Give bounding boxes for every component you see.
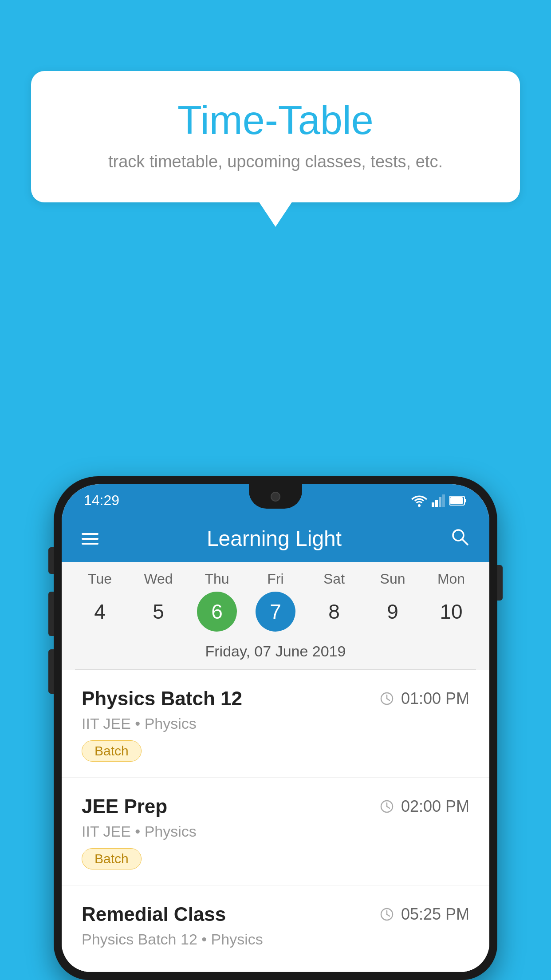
day-name: Sat <box>323 571 345 587</box>
notch <box>249 484 302 509</box>
app-header: Learning Light <box>62 515 489 562</box>
day-number[interactable]: 9 <box>373 592 413 632</box>
speech-bubble: Time-Table track timetable, upcoming cla… <box>31 71 520 202</box>
app-title: Learning Light <box>207 526 342 551</box>
volume-down-button <box>48 649 54 694</box>
status-icons <box>411 494 467 507</box>
day-col[interactable]: Sat8 <box>305 571 363 632</box>
battery-icon <box>449 495 467 506</box>
day-name: Thu <box>205 571 229 587</box>
schedule-subtitle: IIT JEE • Physics <box>82 715 469 732</box>
day-name: Fri <box>267 571 283 587</box>
schedule-list: Physics Batch 1201:00 PMIIT JEE • Physic… <box>62 670 489 972</box>
schedule-title: Remedial Class <box>82 903 226 925</box>
day-number[interactable]: 8 <box>314 592 354 632</box>
day-name: Mon <box>437 571 465 587</box>
day-number[interactable]: 7 <box>256 592 295 632</box>
day-name: Sun <box>380 571 405 587</box>
side-button-1 <box>48 547 54 574</box>
menu-button[interactable] <box>82 533 98 545</box>
day-col[interactable]: Sun9 <box>364 571 421 632</box>
phone-screen: 14:29 <box>62 484 489 972</box>
schedule-item[interactable]: Physics Batch 1201:00 PMIIT JEE • Physic… <box>62 670 489 778</box>
svg-line-18 <box>387 914 390 916</box>
search-icon[interactable] <box>450 527 469 551</box>
speech-bubble-container: Time-Table track timetable, upcoming cla… <box>31 71 520 202</box>
status-time: 14:29 <box>84 492 119 509</box>
phone-outer: 14:29 <box>54 476 497 980</box>
svg-rect-1 <box>432 502 434 507</box>
schedule-time: 02:00 PM <box>380 797 469 816</box>
bubble-title: Time-Table <box>67 98 484 143</box>
svg-line-12 <box>387 699 390 700</box>
schedule-time: 05:25 PM <box>380 905 469 924</box>
schedule-time: 01:00 PM <box>380 689 469 708</box>
svg-line-15 <box>387 806 390 808</box>
schedule-subtitle: Physics Batch 12 • Physics <box>82 931 469 948</box>
svg-point-0 <box>418 504 421 507</box>
schedule-title: JEE Prep <box>82 795 167 818</box>
svg-rect-4 <box>442 494 445 507</box>
svg-line-9 <box>462 539 468 545</box>
schedule-title: Physics Batch 12 <box>82 688 242 710</box>
day-number[interactable]: 10 <box>431 592 471 632</box>
selected-date-label: Friday, 07 June 2019 <box>62 636 489 669</box>
calendar-section: Tue4Wed5Thu6Fri7Sat8Sun9Mon10 Friday, 07… <box>62 562 489 670</box>
clock-icon <box>380 799 394 814</box>
volume-up-button <box>48 592 54 636</box>
schedule-subtitle: IIT JEE • Physics <box>82 823 469 840</box>
batch-badge: Batch <box>82 740 142 762</box>
schedule-item[interactable]: Remedial Class05:25 PMPhysics Batch 12 •… <box>62 885 489 972</box>
day-number[interactable]: 6 <box>197 592 237 632</box>
svg-rect-3 <box>439 497 441 507</box>
camera <box>271 492 280 502</box>
clock-icon <box>380 692 394 706</box>
batch-badge: Batch <box>82 848 142 869</box>
day-number[interactable]: 5 <box>138 592 178 632</box>
svg-rect-7 <box>450 497 463 504</box>
day-col[interactable]: Mon10 <box>422 571 480 632</box>
day-name: Wed <box>144 571 173 587</box>
phone-mockup: 14:29 <box>54 476 497 980</box>
days-row: Tue4Wed5Thu6Fri7Sat8Sun9Mon10 <box>62 571 489 636</box>
power-button <box>497 565 503 601</box>
day-number[interactable]: 4 <box>80 592 120 632</box>
svg-rect-2 <box>435 500 438 507</box>
wifi-icon <box>411 494 427 507</box>
day-col[interactable]: Fri7 <box>247 571 304 632</box>
svg-rect-6 <box>464 499 466 502</box>
day-col[interactable]: Thu6 <box>188 571 246 632</box>
clock-icon <box>380 907 394 921</box>
day-col[interactable]: Wed5 <box>130 571 187 632</box>
signal-icon <box>432 494 445 507</box>
day-col[interactable]: Tue4 <box>71 571 129 632</box>
schedule-item[interactable]: JEE Prep02:00 PMIIT JEE • PhysicsBatch <box>62 778 489 885</box>
day-name: Tue <box>88 571 112 587</box>
bubble-subtitle: track timetable, upcoming classes, tests… <box>67 152 484 171</box>
